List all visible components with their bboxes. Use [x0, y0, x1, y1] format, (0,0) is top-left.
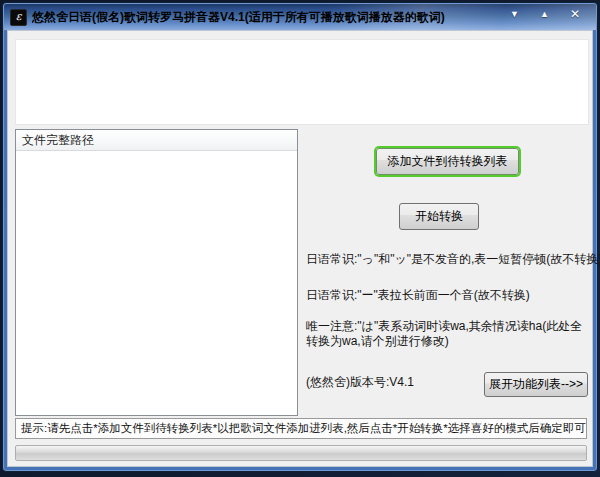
window-title: 悠然舍日语(假名)歌词转罗马拼音器V4.1(适用于所有可播放歌词播放器的歌词): [32, 9, 510, 26]
client-area: 文件完整路径 添加文件到待转换列表 开始转换 日语常识:"っ"和"ッ"是不发音的…: [7, 30, 593, 467]
app-icon: ε: [10, 9, 27, 26]
caption-buttons: ▼ ▲ ✕: [510, 8, 580, 20]
progress-bar: [15, 445, 587, 461]
start-convert-button[interactable]: 开始转换: [399, 203, 479, 230]
file-list[interactable]: 文件完整路径: [15, 129, 298, 416]
lyrics-preview-panel[interactable]: [15, 39, 589, 125]
app-window: ε 悠然舍日语(假名)歌词转罗马拼音器V4.1(适用于所有可播放歌词播放器的歌词…: [2, 2, 598, 472]
version-label: (悠然舍)版本号:V4.1: [306, 375, 414, 390]
note-sokuon: 日语常识:"っ"和"ッ"是不发音的,表一短暂停顿(故不转换): [306, 252, 600, 267]
minimize-icon[interactable]: ▼: [510, 8, 519, 20]
note-long-vowel: 日语常识:"ー"表拉长前面一个音(故不转换): [306, 288, 530, 303]
hint-bar: 提示:请先点击*添加文件到待转换列表*以把歌词文件添加进列表,然后点击*开始转换…: [15, 418, 587, 439]
file-list-column-header[interactable]: 文件完整路径: [16, 130, 297, 151]
note-ha-wa: 唯一注意:"は"表系动词时读wa,其余情况读ha(此处全转换为wa,请个别进行修…: [306, 319, 590, 349]
close-icon[interactable]: ✕: [570, 8, 580, 20]
titlebar[interactable]: ε 悠然舍日语(假名)歌词转罗马拼音器V4.1(适用于所有可播放歌词播放器的歌词…: [4, 4, 596, 30]
maximize-icon[interactable]: ▲: [540, 8, 549, 20]
app-icon-glyph: ε: [16, 10, 22, 23]
add-files-button[interactable]: 添加文件到待转换列表: [376, 148, 519, 175]
expand-functions-button[interactable]: 展开功能列表-->>: [484, 372, 588, 397]
